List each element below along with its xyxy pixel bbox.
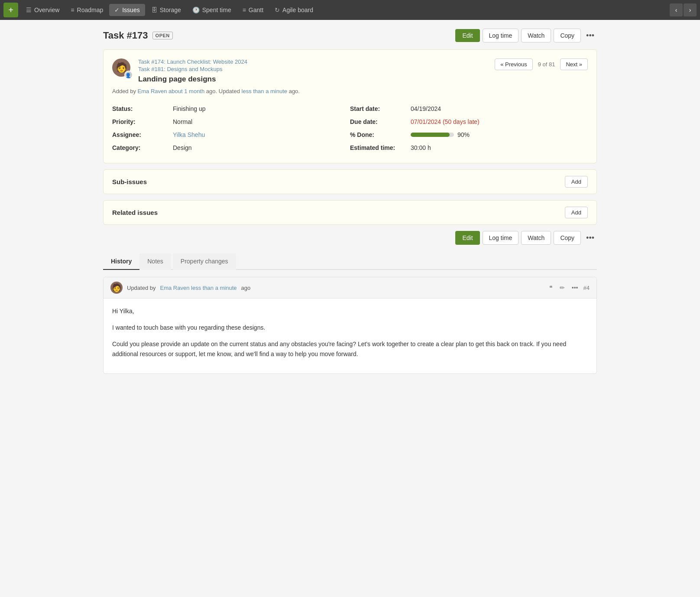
nav-label-issues: Issues	[122, 6, 139, 13]
breadcrumb-link-2[interactable]: Task #181: Designs and Mockups	[138, 66, 247, 72]
status-label: Status:	[112, 105, 173, 112]
percent-done-label: % Done:	[350, 131, 411, 138]
sub-issues-add-button[interactable]: Add	[565, 176, 588, 188]
estimated-time-label: Estimated time:	[350, 144, 411, 151]
added-by-line: Added by Ema Raven about 1 month ago. Up…	[112, 88, 588, 94]
nav-label-overview: Overview	[34, 6, 59, 13]
nav-bar: + ☰ Overview ≡ Roadmap ✓ Issues 🗄 Storag…	[0, 0, 700, 20]
log-time-button-top[interactable]: Log time	[483, 29, 519, 42]
overview-icon: ☰	[26, 6, 32, 13]
progress-fill	[411, 133, 450, 137]
nav-item-spent-time[interactable]: 🕐 Spent time	[187, 4, 237, 16]
history-avatar: 🧑	[110, 282, 123, 294]
task-status-badge: OPEN	[152, 32, 173, 39]
nav-label-storage: Storage	[160, 6, 181, 13]
due-date-row: Due date: 07/01/2024 (50 days late)	[350, 115, 588, 128]
nav-next-button[interactable]: ›	[684, 3, 697, 16]
next-button[interactable]: Next »	[560, 58, 588, 70]
details-right: Start date: 04/19/2024 Due date: 07/01/2…	[350, 102, 588, 154]
gantt-icon: ≡	[243, 6, 246, 13]
history-avatar-icon: 🧑	[110, 282, 123, 294]
nav-arrows: ‹ ›	[670, 3, 697, 16]
edit-button-bottom[interactable]: Edit	[455, 231, 480, 245]
start-date-row: Start date: 04/19/2024	[350, 102, 588, 115]
percent-done-value: 90%	[411, 131, 470, 138]
edit-entry-button[interactable]: ✏	[558, 283, 567, 292]
task-title-area: Task #173 OPEN	[103, 30, 173, 41]
details-grid: Status: Finishing up Priority: Normal As…	[112, 102, 588, 154]
assignee-label: Assignee:	[112, 131, 173, 138]
priority-value: Normal	[173, 118, 192, 125]
history-author-name: Ema Raven	[160, 285, 190, 291]
copy-button-top[interactable]: Copy	[554, 29, 581, 42]
pagination-info: 9 of 81	[535, 61, 559, 68]
breadcrumb-link-1[interactable]: Task #174: Launch Checklist: Website 202…	[138, 58, 247, 65]
category-value: Design	[173, 144, 192, 151]
nav-item-agile-board[interactable]: ↻ Agile board	[269, 4, 318, 16]
added-by-user-link[interactable]: Ema Raven about 1 month	[138, 88, 206, 94]
related-issues-add-button[interactable]: Add	[565, 207, 588, 218]
header-actions: Edit Log time Watch Copy •••	[455, 29, 597, 42]
added-by-prefix: Added by	[112, 88, 136, 94]
history-updated-prefix: Updated by	[127, 285, 156, 291]
nav-item-gantt[interactable]: ≡ Gantt	[237, 4, 269, 16]
storage-icon: 🗄	[151, 6, 157, 13]
history-body-line-2: I wanted to touch base with you regardin…	[112, 323, 588, 333]
tab-history[interactable]: History	[103, 253, 139, 270]
tab-notes-label: Notes	[147, 258, 163, 265]
watch-button-bottom[interactable]: Watch	[521, 231, 551, 245]
progress-bar	[411, 133, 454, 137]
progress-bar-area: 90%	[411, 131, 470, 138]
history-body: Hi Yilka, I wanted to touch base with yo…	[104, 298, 596, 373]
progress-percent: 90%	[457, 131, 470, 138]
previous-button[interactable]: « Previous	[495, 58, 532, 70]
category-label: Category:	[112, 144, 173, 151]
task-issue-title: Landing page designs	[138, 75, 247, 84]
tab-property-changes[interactable]: Property changes	[173, 253, 236, 270]
added-by-middle: ago. Updated	[206, 88, 242, 94]
new-item-button[interactable]: +	[3, 3, 18, 17]
pagination-area: « Previous 9 of 81 Next »	[495, 58, 588, 70]
tab-history-label: History	[111, 258, 132, 265]
watch-button-top[interactable]: Watch	[521, 29, 551, 42]
edit-button-top[interactable]: Edit	[455, 29, 480, 42]
quote-button[interactable]: ❝	[548, 283, 554, 292]
priority-row: Priority: Normal	[112, 115, 350, 128]
task-number: Task #173	[103, 30, 148, 41]
more-button-top[interactable]: •••	[583, 29, 597, 42]
updated-link[interactable]: less than a minute	[242, 88, 288, 94]
priority-label: Priority:	[112, 118, 173, 125]
assignee-value[interactable]: Yilka Shehu	[173, 131, 205, 138]
category-row: Category: Design	[112, 141, 350, 154]
tab-notes[interactable]: Notes	[139, 253, 171, 270]
nav-prev-button[interactable]: ‹	[670, 3, 683, 16]
nav-item-issues[interactable]: ✓ Issues	[109, 4, 145, 16]
task-header: Task #173 OPEN Edit Log time Watch Copy …	[103, 29, 597, 42]
history-body-line-3: Could you please provide an update on th…	[112, 339, 588, 360]
more-entry-button[interactable]: •••	[570, 283, 580, 292]
history-body-line-1: Hi Yilka,	[112, 306, 588, 317]
nav-label-spent-time: Spent time	[202, 6, 231, 13]
related-issues-title: Related issues	[112, 209, 158, 216]
percent-done-row: % Done: 90%	[350, 128, 588, 141]
agile-board-icon: ↻	[275, 6, 280, 13]
nav-item-storage[interactable]: 🗄 Storage	[146, 4, 186, 16]
history-author-link[interactable]: Ema Raven less than a minute	[160, 285, 237, 291]
nav-label-gantt: Gantt	[249, 6, 263, 13]
status-value: Finishing up	[173, 105, 206, 112]
copy-button-bottom[interactable]: Copy	[554, 231, 581, 245]
more-button-bottom[interactable]: •••	[583, 231, 597, 245]
nav-item-roadmap[interactable]: ≡ Roadmap	[65, 4, 108, 16]
sub-issues-title: Sub-issues	[112, 178, 147, 185]
nav-item-overview[interactable]: ☰ Overview	[21, 4, 65, 16]
page-content: Task #173 OPEN Edit Log time Watch Copy …	[94, 20, 606, 389]
log-time-button-bottom[interactable]: Log time	[483, 231, 519, 245]
sub-issues-section: Sub-issues Add	[103, 169, 597, 194]
bottom-actions: Edit Log time Watch Copy •••	[103, 231, 597, 245]
due-date-value: 07/01/2024 (50 days late)	[411, 118, 480, 125]
avatar-small-icon: 👤	[125, 73, 131, 78]
history-entry-right: ❝ ✏ ••• #4	[548, 283, 590, 292]
breadcrumbs-block: Task #174: Launch Checklist: Website 202…	[138, 58, 247, 84]
estimated-time-value: 30:00 h	[411, 144, 431, 151]
added-by-suffix: ago.	[289, 88, 300, 94]
